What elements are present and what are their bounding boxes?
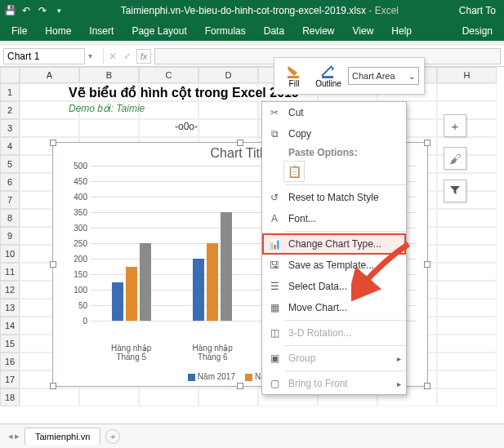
bar[interactable] xyxy=(193,259,204,321)
resize-handle[interactable] xyxy=(50,140,56,146)
row-header[interactable]: 13 xyxy=(0,299,20,317)
menu-cut[interactable]: ✂Cut xyxy=(262,102,406,123)
row-header[interactable]: 3 xyxy=(0,119,20,137)
menu-copy[interactable]: ⧉Copy xyxy=(262,123,406,144)
redo-icon[interactable]: ↷ xyxy=(36,4,49,17)
bar-group[interactable] xyxy=(188,166,237,321)
row-header[interactable]: 5 xyxy=(0,155,20,173)
sheet-nav-prev-icon[interactable]: ◂ xyxy=(8,431,13,441)
row-header[interactable]: 11 xyxy=(0,263,20,281)
cell[interactable] xyxy=(437,335,497,353)
row-header[interactable]: 12 xyxy=(0,281,20,299)
save-icon[interactable]: 💾 xyxy=(3,4,16,17)
cell[interactable] xyxy=(20,119,79,137)
undo-icon[interactable]: ↶ xyxy=(20,4,33,17)
y-axis-tick-label: 300 xyxy=(60,224,87,233)
tab-design[interactable]: Design xyxy=(457,22,497,40)
cell[interactable] xyxy=(139,388,198,406)
chart-elements-button[interactable]: + xyxy=(444,114,466,137)
row-header[interactable]: 15 xyxy=(0,335,20,353)
col-header[interactable]: A xyxy=(20,67,79,83)
row-header[interactable]: 7 xyxy=(0,191,20,209)
menu-change-chart-type[interactable]: 📊Change Chart Type... xyxy=(262,233,406,255)
tab-insert[interactable]: Insert xyxy=(84,22,118,40)
qat-dropdown-icon[interactable]: ▾ xyxy=(52,4,65,17)
cell[interactable] xyxy=(198,388,258,406)
row-header[interactable]: 6 xyxy=(0,173,20,191)
row-header[interactable]: 9 xyxy=(0,227,20,245)
sheet-nav-next-icon[interactable]: ▸ xyxy=(15,431,20,441)
row-header[interactable]: 8 xyxy=(0,209,20,227)
tab-view[interactable]: View xyxy=(348,22,379,40)
menu-move-chart[interactable]: ▦Move Chart... xyxy=(262,297,406,318)
chart-styles-button[interactable]: 🖌 xyxy=(444,147,466,170)
sheet-tab[interactable]: Taimienphi.vn xyxy=(25,428,100,445)
resize-handle[interactable] xyxy=(50,261,56,268)
resize-handle[interactable] xyxy=(424,140,430,146)
outline-button[interactable]: Outline xyxy=(314,64,343,88)
row-header[interactable]: 10 xyxy=(0,245,20,263)
cell[interactable] xyxy=(139,101,198,119)
row-header[interactable]: 1 xyxy=(0,83,20,101)
add-sheet-button[interactable]: + xyxy=(105,429,120,444)
menu-font[interactable]: AFont... xyxy=(262,208,406,229)
cell[interactable] xyxy=(437,353,497,370)
col-header[interactable]: H xyxy=(437,67,497,83)
cell[interactable] xyxy=(437,370,497,388)
resize-handle[interactable] xyxy=(237,140,243,146)
resize-handle[interactable] xyxy=(50,383,56,389)
fill-button[interactable]: Fill xyxy=(279,64,309,88)
resize-handle[interactable] xyxy=(237,383,243,389)
paste-option-button[interactable]: 📋 xyxy=(283,161,305,182)
tab-file[interactable]: File xyxy=(7,22,32,40)
row-header[interactable]: 14 xyxy=(0,317,20,335)
chart-element-select[interactable]: Chart Area ⌄ xyxy=(348,67,419,85)
select-all-corner[interactable] xyxy=(0,67,20,83)
bar[interactable] xyxy=(221,212,232,321)
cell[interactable] xyxy=(437,388,497,406)
row-header[interactable]: 4 xyxy=(0,137,20,155)
col-header[interactable]: C xyxy=(139,67,198,83)
bar[interactable] xyxy=(112,282,123,322)
row-header[interactable]: 2 xyxy=(0,101,20,119)
cell[interactable] xyxy=(437,227,497,245)
cell[interactable] xyxy=(437,299,497,317)
menu-save-template[interactable]: 🖫Save as Template... xyxy=(262,255,406,276)
tab-formulas[interactable]: Formulas xyxy=(200,22,251,40)
cell[interactable] xyxy=(437,317,497,335)
cell[interactable] xyxy=(198,119,258,137)
cell[interactable] xyxy=(437,83,497,101)
cell[interactable] xyxy=(198,101,258,119)
bar-group[interactable] xyxy=(107,166,156,321)
tab-home[interactable]: Home xyxy=(40,22,76,40)
menu-select-data[interactable]: ☰Select Data... xyxy=(262,276,406,297)
tab-page-layout[interactable]: Page Layout xyxy=(127,22,191,40)
resize-handle[interactable] xyxy=(424,383,430,389)
bar[interactable] xyxy=(140,243,151,321)
cell[interactable] xyxy=(437,245,497,263)
cell[interactable] xyxy=(437,209,497,227)
row-header[interactable]: 17 xyxy=(0,370,20,388)
cell[interactable] xyxy=(79,388,139,406)
tab-help[interactable]: Help xyxy=(386,22,417,40)
cell[interactable] xyxy=(20,388,79,406)
tab-review[interactable]: Review xyxy=(297,22,339,40)
cell[interactable] xyxy=(437,263,497,281)
col-header[interactable]: D xyxy=(198,67,258,83)
tab-data[interactable]: Data xyxy=(259,22,289,40)
cell[interactable] xyxy=(437,281,497,299)
col-header[interactable]: B xyxy=(79,67,139,83)
name-box[interactable] xyxy=(3,48,85,64)
menu-reset-style[interactable]: ↺Reset to Match Style xyxy=(262,187,406,208)
legend-item[interactable]: Năm 2017 xyxy=(188,372,235,381)
bar[interactable] xyxy=(126,267,137,322)
row-header[interactable]: 16 xyxy=(0,353,20,370)
row-header[interactable]: 18 xyxy=(0,388,20,406)
resize-handle[interactable] xyxy=(424,261,430,268)
worksheet-title: Vẽ biểu đồ hình cột trong Excel 2019 xyxy=(69,85,299,100)
chart-filter-button[interactable] xyxy=(444,180,466,202)
bar[interactable] xyxy=(207,243,218,321)
fx-button[interactable]: fx xyxy=(136,49,151,64)
cell[interactable] xyxy=(79,119,139,137)
namebox-dropdown-icon[interactable]: ▾ xyxy=(88,51,100,60)
